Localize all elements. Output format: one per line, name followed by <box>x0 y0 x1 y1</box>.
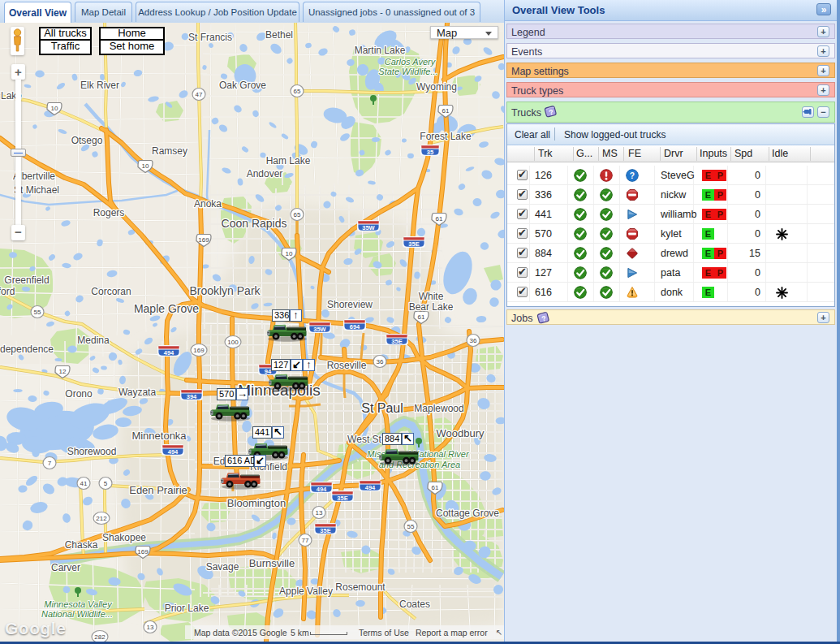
svg-text:St Francis: St Francis <box>188 32 232 43</box>
svg-text:65: 65 <box>294 88 301 95</box>
svg-text:61: 61 <box>436 215 443 223</box>
svg-text:494: 494 <box>168 448 179 456</box>
svg-text:Coon Rapids: Coon Rapids <box>222 217 287 230</box>
svg-text:61: 61 <box>418 313 425 321</box>
svg-text:169: 169 <box>198 236 209 244</box>
svg-text:Minnetonka: Minnetonka <box>131 430 187 442</box>
svg-text:10: 10 <box>142 162 149 170</box>
svg-text:Woodbury: Woodbury <box>436 427 485 439</box>
svg-text:5: 5 <box>104 480 108 487</box>
svg-text:Ham Lake: Ham Lake <box>266 155 311 166</box>
svg-text:Oak Grove: Oak Grove <box>219 80 266 91</box>
svg-text:169: 169 <box>137 548 149 555</box>
svg-text:Orono: Orono <box>65 388 93 400</box>
svg-text:394: 394 <box>187 393 197 400</box>
svg-text:35W: 35W <box>362 224 375 231</box>
svg-text:Greenfield: Greenfield <box>4 274 49 286</box>
svg-text:White: White <box>419 291 444 302</box>
svg-text:35E: 35E <box>320 527 330 534</box>
svg-text:Carver: Carver <box>51 562 80 573</box>
svg-text:Prior Lake: Prior Lake <box>165 603 209 614</box>
svg-text:10: 10 <box>51 105 58 112</box>
svg-text:West St: West St <box>347 434 381 445</box>
svg-text:10: 10 <box>286 250 293 257</box>
svg-text:Forest Lake: Forest Lake <box>420 131 472 142</box>
svg-text:61: 61 <box>432 484 439 491</box>
svg-text:?: ? <box>630 171 635 180</box>
svg-text:282: 282 <box>94 633 106 641</box>
svg-text:77: 77 <box>302 537 309 544</box>
svg-text:Medina: Medina <box>77 335 110 346</box>
svg-text:494: 494 <box>365 484 376 491</box>
svg-text:Wayzata: Wayzata <box>118 387 157 398</box>
svg-text:212: 212 <box>96 515 107 522</box>
svg-text:Bethel: Bethel <box>265 29 293 41</box>
svg-text:55: 55 <box>407 523 415 530</box>
svg-text:100: 100 <box>227 339 239 346</box>
svg-text:Minnesota Valley: Minnesota Valley <box>44 599 113 609</box>
svg-text:61: 61 <box>442 107 450 115</box>
svg-text:Roseville: Roseville <box>327 360 367 371</box>
svg-text:12: 12 <box>59 368 67 375</box>
svg-text:St Paul: St Paul <box>361 401 403 415</box>
svg-text:47: 47 <box>196 91 203 98</box>
svg-text:13: 13 <box>147 624 154 631</box>
svg-text:Ed: Ed <box>213 456 226 467</box>
svg-text:Anoka: Anoka <box>194 198 222 210</box>
svg-text:Savage: Savage <box>206 561 239 573</box>
svg-text:Carlos Avery: Carlos Avery <box>385 57 437 67</box>
svg-text:Shakopee: Shakopee <box>102 532 146 543</box>
svg-text:13: 13 <box>316 509 323 516</box>
svg-text:Eden Prairie: Eden Prairie <box>129 484 187 496</box>
svg-text:36: 36 <box>470 337 477 344</box>
svg-text:Chaska: Chaska <box>65 539 98 551</box>
svg-text:National Wildlife...: National Wildlife... <box>41 609 113 619</box>
svg-text:Rogers: Rogers <box>93 207 125 218</box>
svg-text:41: 41 <box>80 480 88 487</box>
svg-text:State Wildlife...: State Wildlife... <box>378 67 437 76</box>
svg-text:494: 494 <box>164 349 174 357</box>
svg-text:65: 65 <box>294 211 301 218</box>
svg-text:35E: 35E <box>337 495 347 502</box>
svg-text:Andover: Andover <box>247 168 283 179</box>
svg-text:Ramsey: Ramsey <box>152 145 187 157</box>
svg-text:Independence: Independence <box>0 344 54 355</box>
svg-text:Martin Lake: Martin Lake <box>355 45 406 56</box>
svg-text:35: 35 <box>427 149 433 156</box>
svg-text:ford: ford <box>0 286 15 297</box>
svg-text:169: 169 <box>193 347 205 354</box>
svg-text:Coates: Coates <box>399 599 430 610</box>
svg-text:Burnsville: Burnsville <box>249 557 295 569</box>
svg-text:36: 36 <box>377 358 384 365</box>
svg-text:Shoreview: Shoreview <box>327 299 373 310</box>
svg-text:494: 494 <box>317 486 327 493</box>
svg-text:35E: 35E <box>391 338 402 345</box>
svg-text:Maple Grove: Maple Grove <box>134 302 199 315</box>
svg-text:Bear Lake: Bear Lake <box>409 301 454 313</box>
svg-text:Bloomington: Bloomington <box>227 497 286 509</box>
svg-text:694: 694 <box>350 323 360 331</box>
svg-text:Corcoran: Corcoran <box>91 286 131 297</box>
svg-text:Rosemount: Rosemount <box>335 581 386 593</box>
svg-text:Brooklyn Park: Brooklyn Park <box>189 284 261 297</box>
svg-text:55: 55 <box>34 309 41 316</box>
svg-text:Elk River: Elk River <box>80 80 119 91</box>
svg-text:Apple Valley: Apple Valley <box>279 586 333 597</box>
svg-text:35W: 35W <box>313 326 326 333</box>
svg-text:Otsego: Otsego <box>71 135 103 146</box>
svg-text:Cottage Grove: Cottage Grove <box>436 508 499 519</box>
svg-text:Shorewood: Shorewood <box>67 446 117 457</box>
svg-text:Maplewood: Maplewood <box>414 403 463 414</box>
svg-text:Wyoming: Wyoming <box>416 81 457 93</box>
svg-text:35E: 35E <box>408 240 419 248</box>
svg-text:7: 7 <box>48 460 52 467</box>
